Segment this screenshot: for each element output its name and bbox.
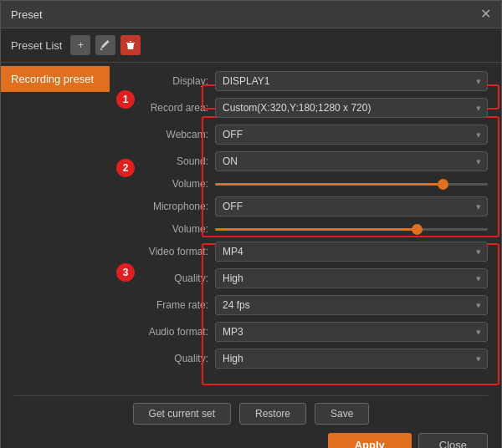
microphone-label: Microphone: — [123, 201, 215, 212]
microphone-select[interactable]: OFF ON — [215, 196, 488, 216]
video-format-row: Video format: MP4 AVI MOV — [123, 242, 488, 262]
sound-select[interactable]: ON OFF — [215, 151, 488, 171]
sound-volume-label: Volume: — [123, 178, 215, 190]
webcam-row: Webcam: OFF ON — [123, 125, 488, 145]
video-format-select-wrapper: MP4 AVI MOV — [215, 242, 488, 262]
delete-preset-button[interactable] — [120, 35, 141, 55]
sound-select-wrapper: ON OFF — [215, 151, 488, 171]
display-row: Display: DISPLAY1 DISPLAY2 — [123, 71, 488, 91]
main-content: Recording preset 1 2 3 — [1, 63, 501, 384]
svg-rect-0 — [126, 43, 135, 43]
record-area-row: Record area: Custom(X:320,Y:180;1280 x 7… — [123, 98, 488, 118]
video-quality-select-wrapper: High Medium Low — [215, 268, 488, 288]
video-quality-select[interactable]: High Medium Low — [215, 268, 488, 288]
sound-volume-row: Volume: — [123, 178, 488, 190]
audio-format-row: Audio format: MP3 AAC WAV — [123, 322, 488, 342]
preset-list-bar: Preset List + — [1, 28, 501, 63]
sidebar-item-recording-preset[interactable]: Recording preset — [1, 66, 110, 92]
title-close-button[interactable]: ✕ — [480, 8, 491, 21]
display-select-wrapper: DISPLAY1 DISPLAY2 — [215, 71, 488, 91]
mic-volume-slider[interactable] — [215, 228, 488, 231]
preset-dialog: Preset ✕ Preset List + Recording preset … — [0, 0, 502, 448]
save-button[interactable]: Save — [315, 403, 369, 425]
sidebar-item-label: Recording preset — [11, 73, 94, 85]
microphone-row: Microphone: OFF ON — [123, 196, 488, 216]
mic-volume-slider-container — [215, 228, 488, 231]
record-area-select[interactable]: Custom(X:320,Y:180;1280 x 720) Full Scre… — [215, 98, 488, 118]
record-area-label: Record area: — [123, 102, 215, 114]
audio-format-label: Audio format: — [123, 326, 215, 338]
video-format-select[interactable]: MP4 AVI MOV — [215, 242, 488, 262]
action-buttons-row: Get current set Restore Save — [14, 403, 488, 425]
sidebar: Recording preset — [1, 63, 110, 384]
frame-rate-row: Frame rate: 24 fps 30 fps 60 fps — [123, 295, 488, 315]
restore-button[interactable]: Restore — [239, 403, 306, 425]
mic-volume-label: Volume: — [123, 223, 215, 235]
audio-quality-row: Quality: High Medium Low — [123, 349, 488, 369]
display-label: Display: — [123, 75, 215, 87]
audio-format-select[interactable]: MP3 AAC WAV — [215, 322, 488, 342]
settings-panel: 1 2 3 Display: DISPLAY1 — [110, 63, 501, 384]
divider — [14, 395, 488, 396]
sound-volume-slider[interactable] — [215, 183, 488, 186]
sound-label: Sound: — [123, 155, 215, 167]
preset-list-label: Preset List — [11, 39, 62, 52]
apply-button[interactable]: Apply — [328, 433, 412, 448]
get-current-set-button[interactable]: Get current set — [133, 403, 231, 425]
mic-volume-row: Volume: — [123, 223, 488, 235]
webcam-select[interactable]: OFF ON — [215, 125, 488, 145]
add-preset-button[interactable]: + — [70, 35, 90, 55]
sound-row: Sound: ON OFF — [123, 151, 488, 171]
edit-preset-button[interactable] — [95, 35, 115, 55]
bottom-section: Get current set Restore Save Apply Close — [1, 384, 501, 448]
webcam-label: Webcam: — [123, 129, 215, 140]
webcam-select-wrapper: OFF ON — [215, 125, 488, 145]
dialog-title: Preset — [11, 8, 43, 21]
audio-format-select-wrapper: MP3 AAC WAV — [215, 322, 488, 342]
frame-rate-select[interactable]: 24 fps 30 fps 60 fps — [215, 295, 488, 315]
title-bar: Preset ✕ — [1, 1, 501, 28]
sound-volume-slider-container — [215, 183, 488, 186]
video-quality-label: Quality: — [123, 272, 215, 284]
video-quality-row: Quality: High Medium Low — [123, 268, 488, 288]
record-area-select-wrapper: Custom(X:320,Y:180;1280 x 720) Full Scre… — [215, 98, 488, 118]
video-format-label: Video format: — [123, 246, 215, 257]
display-select[interactable]: DISPLAY1 DISPLAY2 — [215, 71, 488, 91]
frame-rate-label: Frame rate: — [123, 299, 215, 311]
frame-rate-select-wrapper: 24 fps 30 fps 60 fps — [215, 295, 488, 315]
close-button[interactable]: Close — [418, 433, 488, 448]
audio-quality-select[interactable]: High Medium Low — [215, 349, 488, 369]
footer-buttons-row: Apply Close — [14, 433, 488, 448]
audio-quality-label: Quality: — [123, 353, 215, 364]
audio-quality-select-wrapper: High Medium Low — [215, 349, 488, 369]
microphone-select-wrapper: OFF ON — [215, 196, 488, 216]
